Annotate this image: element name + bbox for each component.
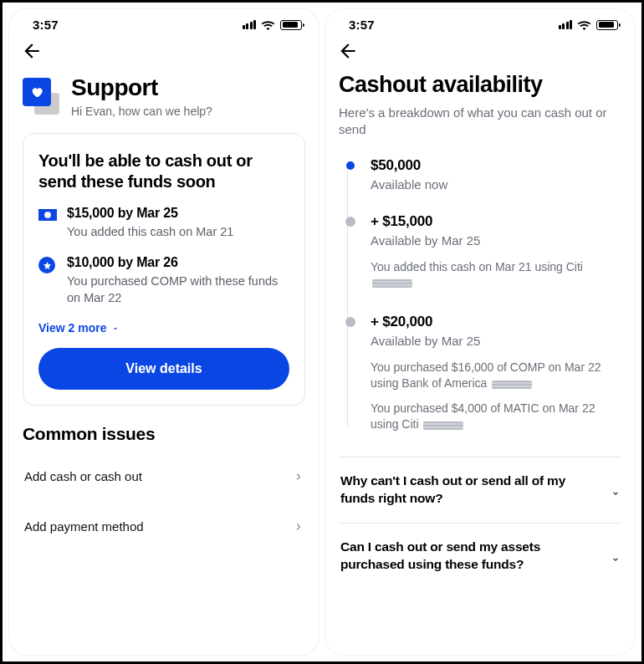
issue-row-add-payment[interactable]: Add payment method <box>23 504 305 549</box>
redacted-text-icon <box>423 421 463 430</box>
star-icon <box>38 255 57 306</box>
faq-item[interactable]: Why can't I cash out or send all of my f… <box>339 457 621 523</box>
view-details-button[interactable]: View details <box>38 348 289 390</box>
issue-row-add-cash[interactable]: Add cash or cash out <box>23 454 305 499</box>
chevron-down-icon <box>611 552 620 560</box>
fund-amount: $10,000 by Mar 26 <box>67 255 289 270</box>
page-subtitle: Here's a breakdown of what you can cash … <box>339 105 621 139</box>
wifi-icon <box>261 20 275 30</box>
support-header-text: Support Hi Evan, how can we help? <box>71 75 212 118</box>
page-title: Support <box>71 75 212 101</box>
phone-support: 3:57 <box>9 9 319 655</box>
timeline-dot-active-icon <box>346 161 355 170</box>
faq-question: Why can't I cash out or send all of my f… <box>340 472 601 508</box>
view-more-label: View 2 more <box>38 321 106 335</box>
chevron-down-icon <box>111 324 120 332</box>
fund-row: $10,000 by Mar 26 You purchased COMP wit… <box>38 255 289 306</box>
status-bar: 3:57 <box>9 9 319 35</box>
redacted-text-icon <box>492 381 532 389</box>
status-icons <box>243 20 303 30</box>
timeline-item: + $15,000 Available by Mar 25 You added … <box>342 213 621 292</box>
battery-icon <box>596 20 618 30</box>
page-title: Cashout availability <box>339 72 621 98</box>
common-issues-title: Common issues <box>23 424 305 444</box>
chevron-right-icon <box>294 522 304 532</box>
view-more-link[interactable]: View 2 more <box>38 321 289 335</box>
battery-icon <box>280 20 302 30</box>
timeline-note: You added this cash on Mar 21 using Citi <box>371 259 621 292</box>
status-time: 3:57 <box>349 18 375 32</box>
fund-desc: You added this cash on Mar 21 <box>67 224 233 241</box>
chevron-down-icon <box>611 486 620 494</box>
timeline-label: Available now <box>371 177 621 192</box>
page-subtitle: Hi Evan, how can we help? <box>71 105 212 118</box>
back-arrow-icon[interactable] <box>21 40 307 62</box>
timeline-dot-icon <box>345 317 355 327</box>
availability-timeline: $50,000 Available now + $15,000 Availabl… <box>339 157 621 434</box>
status-time: 3:57 <box>33 18 59 32</box>
fund-text: $10,000 by Mar 26 You purchased COMP wit… <box>67 255 289 306</box>
wifi-icon <box>577 20 591 30</box>
fund-text: $15,000 by Mar 25 You added this cash on… <box>67 206 233 241</box>
timeline-item: $50,000 Available now <box>342 157 621 192</box>
chevron-right-icon <box>294 472 304 482</box>
nav-back <box>9 35 319 62</box>
timeline-amount: + $15,000 <box>371 213 621 230</box>
back-arrow-icon[interactable] <box>337 40 623 62</box>
fund-amount: $15,000 by Mar 25 <box>67 206 233 221</box>
cash-icon <box>38 206 57 241</box>
status-icons <box>559 20 619 30</box>
cellular-signal-icon <box>559 20 573 29</box>
timeline-item: + $20,000 Available by Mar 25 You purcha… <box>342 314 621 433</box>
issue-label: Add cash or cash out <box>24 469 142 483</box>
funds-availability-card: You'll be able to cash out or send these… <box>23 133 305 406</box>
timeline-label: Available by Mar 25 <box>371 334 621 348</box>
cashout-content: Cashout availability Here's a breakdown … <box>325 62 635 655</box>
redacted-text-icon <box>372 279 412 288</box>
issue-label: Add payment method <box>24 519 144 534</box>
timeline-amount: $50,000 <box>371 157 621 174</box>
fund-desc: You purchased COMP with these funds on M… <box>67 273 289 306</box>
timeline-label: Available by Mar 25 <box>371 233 621 248</box>
faq-item[interactable]: Can I cash out or send my assets purchas… <box>339 523 621 589</box>
timeline-amount: + $20,000 <box>371 314 621 330</box>
frame: 3:57 <box>0 0 644 664</box>
card-headline: You'll be able to cash out or send these… <box>38 151 289 192</box>
fund-row: $15,000 by Mar 25 You added this cash on… <box>38 206 289 241</box>
nav-back <box>325 35 635 62</box>
phone-cashout: 3:57 Cashout availability Here's a break… <box>325 9 635 655</box>
faq-section: Why can't I cash out or send all of my f… <box>339 457 621 589</box>
timeline-dot-icon <box>345 217 355 227</box>
timeline-note: You purchased $4,000 of MATIC on Mar 22 … <box>371 401 621 433</box>
support-header: Support Hi Evan, how can we help? <box>23 75 305 118</box>
cellular-signal-icon <box>243 20 257 29</box>
support-logo-icon <box>23 78 59 115</box>
support-content: Support Hi Evan, how can we help? You'll… <box>9 62 319 655</box>
status-bar: 3:57 <box>325 9 635 35</box>
faq-question: Can I cash out or send my assets purchas… <box>340 539 601 574</box>
timeline-note: You purchased $16,000 of COMP on Mar 22 … <box>371 360 621 392</box>
